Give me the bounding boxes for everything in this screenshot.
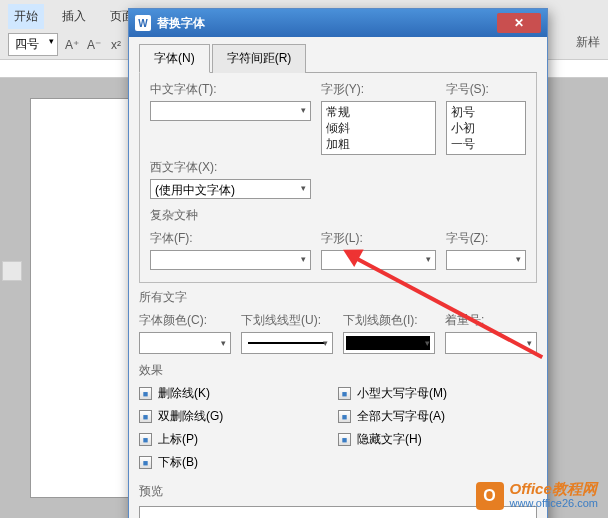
emphasis-combo[interactable] [445,332,537,354]
side-toolbar [0,258,24,284]
ribbon-tab-home[interactable]: 开始 [8,4,44,29]
chinese-font-label: 中文字体(T): [150,81,311,98]
watermark-title: Office教程网 [510,482,598,496]
side-tool-icon[interactable] [2,261,22,281]
dstrike-check[interactable]: ■双删除线(G) [139,408,338,425]
western-font-label: 西文字体(X): [150,159,311,176]
font-section: 中文字体(T): 字形(Y): 常规 倾斜 加粗 字号(S): 初号 小初 [139,73,537,283]
chinese-font-combo[interactable] [150,101,311,121]
allcaps-check[interactable]: ■全部大写字母(A) [338,408,537,425]
app-icon: W [135,15,151,31]
strike-check[interactable]: ■删除线(K) [139,385,338,402]
increase-font-icon[interactable]: A⁺ [64,37,80,53]
font-style-label: 字形(Y): [321,81,436,98]
dialog-title: 替换字体 [157,15,497,32]
complex-section-label: 复杂文种 [150,207,526,224]
font-color-combo[interactable] [139,332,231,354]
font-size-listbox[interactable]: 初号 小初 一号 [446,101,526,155]
complex-font-combo[interactable] [150,250,311,270]
superscript-icon[interactable]: x² [108,37,124,53]
font-size-label: 字号(S): [446,81,526,98]
all-text-label: 所有文字 [139,289,537,306]
close-button[interactable]: ✕ [497,13,541,33]
dialog-tabs: 字体(N) 字符间距(R) [139,43,537,73]
decrease-font-icon[interactable]: A⁻ [86,37,102,53]
sub-check[interactable]: ■下标(B) [139,454,338,471]
underline-style-label: 下划线线型(U): [241,312,333,329]
replace-font-dialog: W 替换字体 ✕ 字体(N) 字符间距(R) 中文字体(T): 字形(Y): 常… [128,8,548,518]
font-color-label: 字体颜色(C): [139,312,231,329]
titlebar[interactable]: W 替换字体 ✕ [129,9,547,37]
underline-style-combo[interactable] [241,332,333,354]
font-size-dropdown[interactable]: 四号 [8,33,58,56]
new-style-label[interactable]: 新样 [576,34,600,51]
effects-label: 效果 [139,362,537,379]
watermark-url: www.office26.com [510,496,598,510]
emphasis-label: 着重号: [445,312,537,329]
watermark-icon: O [476,482,504,510]
western-font-combo[interactable]: (使用中文字体) [150,179,311,199]
font-f-label: 字体(F): [150,230,311,247]
tab-spacing[interactable]: 字符间距(R) [212,44,307,73]
watermark: O Office教程网 www.office26.com [476,482,598,510]
tab-font[interactable]: 字体(N) [139,44,210,73]
hidden-check[interactable]: ■隐藏文字(H) [338,431,537,448]
complex-size-combo[interactable] [446,250,526,270]
super-check[interactable]: ■上标(P) [139,431,338,448]
size-z-label: 字号(Z): [446,230,526,247]
font-style-listbox[interactable]: 常规 倾斜 加粗 [321,101,436,155]
smallcaps-check[interactable]: ■小型大写字母(M) [338,385,537,402]
style-l-label: 字形(L): [321,230,436,247]
underline-color-combo[interactable] [343,332,435,354]
complex-style-combo[interactable] [321,250,436,270]
ribbon-tab-insert[interactable]: 插入 [56,4,92,29]
underline-color-label: 下划线颜色(I): [343,312,435,329]
